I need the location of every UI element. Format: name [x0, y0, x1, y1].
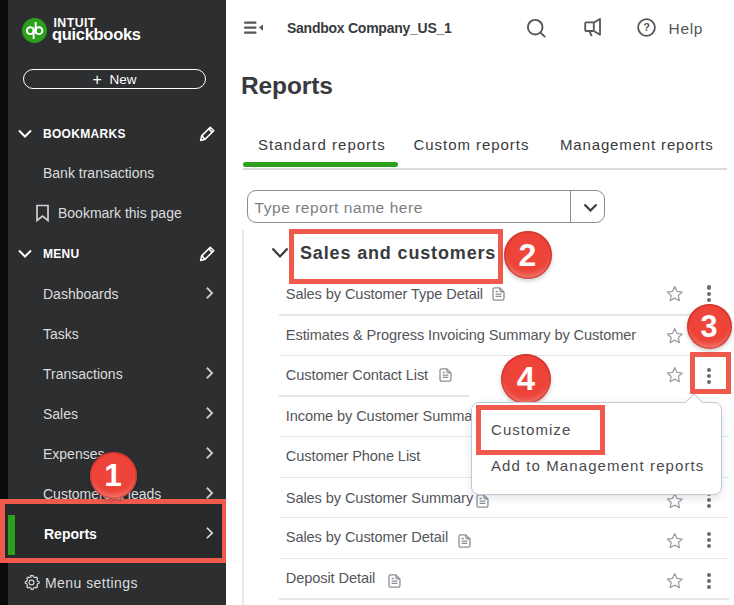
svg-text:?: ? [643, 21, 650, 33]
